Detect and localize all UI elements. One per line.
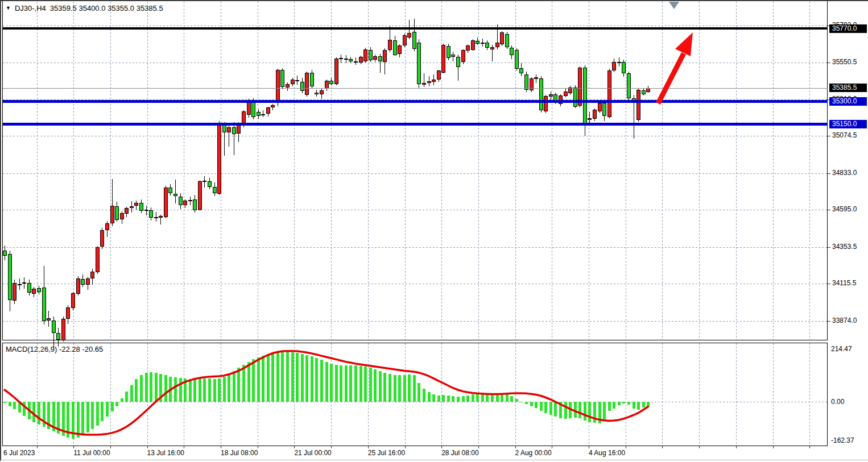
candle-body [56, 333, 60, 340]
macd-histogram-bar [345, 365, 348, 402]
candle-wick [424, 73, 424, 87]
candle-body [271, 105, 275, 107]
macd-histogram-bar [262, 356, 264, 402]
candle-body [485, 43, 489, 48]
macd-scale-max: 214.47 [831, 345, 852, 353]
horizontal-gridline [3, 321, 828, 322]
vertical-gridline [589, 343, 589, 446]
macd-histogram-bar [81, 402, 84, 435]
vertical-gridline [809, 2, 810, 340]
candle-body [642, 90, 646, 94]
macd-histogram-bar [408, 374, 411, 402]
vertical-gridline [552, 2, 552, 340]
candle-body [490, 47, 494, 49]
price-axis-tick [828, 284, 830, 284]
macd-histogram-bar [38, 402, 40, 424]
macd-histogram-bar [574, 402, 577, 418]
candle-body [602, 103, 606, 116]
price-axis-label: 34115.5 [832, 280, 857, 287]
candle-body [139, 203, 143, 211]
time-axis[interactable]: 6 Jul 202311 Jul 00:0013 Jul 16:0018 Jul… [0, 447, 868, 459]
chart-shift-marker-icon[interactable] [669, 2, 679, 9]
chevron-down-icon[interactable]: ▼ [6, 6, 11, 11]
candle-body [549, 94, 553, 97]
candle-body [354, 61, 358, 63]
macd-histogram-bar [525, 402, 528, 404]
support-level-line[interactable] [3, 123, 828, 126]
candle-body [208, 181, 212, 187]
candle-body [202, 181, 206, 182]
horizontal-gridline [3, 63, 828, 63]
candle-body [179, 197, 183, 205]
price-axis[interactable]: 35792.035770.035550.535385.535312.035300… [828, 1, 868, 446]
candle-body [398, 45, 402, 54]
candle-body [242, 111, 246, 123]
macd-histogram-bar [491, 394, 494, 402]
macd-histogram-bar [549, 402, 552, 415]
macd-histogram-bar [159, 374, 162, 402]
price-axis-tick [828, 247, 830, 248]
vertical-gridline [515, 343, 516, 446]
price-chart-panel[interactable] [2, 1, 828, 340]
horizontal-gridline [3, 173, 828, 174]
macd-histogram-bar [9, 402, 11, 406]
macd-histogram-bar [115, 402, 118, 406]
candle-body [37, 288, 41, 292]
vertical-gridline [294, 2, 295, 340]
macd-histogram-bar [184, 378, 187, 402]
candle-body [505, 34, 509, 47]
time-axis-tick [331, 446, 332, 448]
macd-histogram-bar [413, 375, 416, 402]
support-level-line[interactable] [3, 100, 828, 103]
candle-body [100, 230, 104, 247]
macd-histogram-bar [213, 379, 216, 402]
candle-body [173, 194, 177, 196]
candle-body [61, 319, 65, 340]
candle-body [329, 81, 333, 84]
vertical-gridline [258, 2, 258, 340]
macd-histogram-bar [199, 378, 201, 402]
candle-body [193, 199, 197, 210]
window-border-top [0, 0, 868, 1]
candle-body [144, 210, 148, 211]
price-badge-blue: 35300.0 [829, 97, 867, 106]
macd-histogram-bar [627, 402, 630, 405]
macd-histogram-bar [603, 402, 606, 421]
candle-body [164, 188, 168, 217]
time-axis-label: 18 Jul 08:00 [221, 449, 258, 457]
symbol-timeframe-label: DJ30-,H4 [15, 4, 46, 13]
macd-histogram-bar [472, 394, 474, 402]
candle-body [417, 43, 421, 84]
macd-histogram-bar [271, 353, 274, 402]
macd-histogram-bar [174, 377, 177, 402]
price-axis-tick [828, 210, 830, 210]
macd-histogram-bar [520, 402, 523, 402]
candle-body [378, 56, 382, 61]
time-axis-tick [441, 446, 442, 448]
macd-histogram-bar [28, 402, 31, 419]
vertical-gridline [110, 2, 111, 340]
candle-wick [175, 180, 176, 203]
vertical-gridline [73, 2, 74, 340]
resistance-level-line[interactable] [3, 27, 828, 30]
trading-chart-window: ▼ DJ30-,H4 35359.5 35400.0 35355.0 35385… [0, 0, 868, 462]
ohlc-quote-label: 35359.5 35400.0 35355.0 35385.5 [50, 4, 163, 13]
macd-histogram-bar [43, 402, 46, 427]
candle-body [451, 55, 455, 57]
candle-body [130, 206, 134, 208]
candle-body [120, 213, 124, 219]
vertical-gridline [773, 2, 774, 340]
candle-body [315, 93, 319, 94]
macd-histogram-bar [3, 402, 6, 403]
time-axis-label: 28 Jul 08:00 [441, 449, 478, 457]
candle-body [349, 59, 353, 61]
macd-histogram-bar [77, 402, 80, 438]
candle-body [583, 68, 587, 124]
candle-body [198, 181, 202, 210]
candle-body [286, 84, 290, 88]
macd-histogram-bar [291, 352, 294, 402]
vertical-gridline [736, 343, 737, 446]
candle-body [573, 88, 577, 107]
macd-histogram-bar [506, 394, 509, 402]
price-axis-tick [828, 173, 830, 174]
